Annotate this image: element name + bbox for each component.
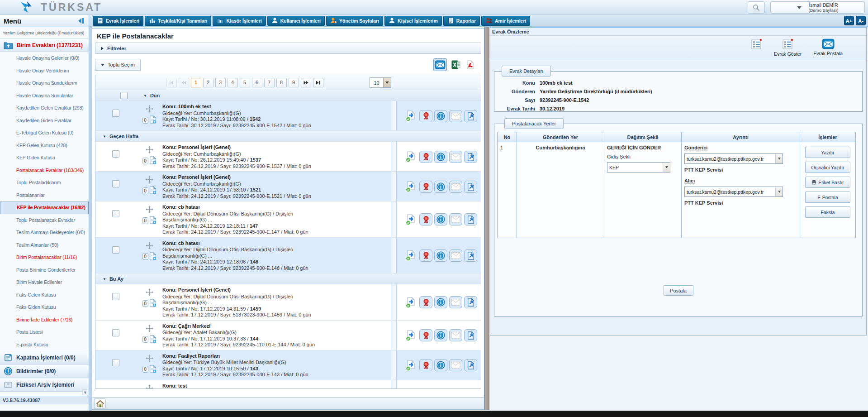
collapse-sidebar-icon[interactable] bbox=[77, 18, 85, 24]
sidebar-item[interactable]: Postalananlar bbox=[0, 189, 89, 202]
list-scrollbar[interactable] bbox=[391, 321, 397, 350]
sidebar-item[interactable]: Postalanacak Evraklar (103/346) bbox=[0, 164, 89, 177]
list-scrollbar[interactable] bbox=[391, 101, 397, 130]
page-number-button[interactable]: 8 bbox=[276, 78, 287, 87]
sidebar-section-fiziksel-arsiv[interactable]: Fiziksel Arşiv İşlemleri bbox=[0, 378, 89, 392]
page-number-button[interactable]: 1 bbox=[191, 78, 201, 87]
document-row[interactable]: 0 Konu: test Gideceği Yer: Fırat Kalkınm… bbox=[95, 380, 481, 389]
sidebar-item[interactable]: Birim Postalanacaklar (11/16) bbox=[0, 251, 89, 264]
sidebar-item[interactable]: Toplu Postaladıklarım bbox=[0, 177, 89, 189]
info-icon[interactable] bbox=[434, 296, 447, 308]
info-icon[interactable] bbox=[434, 329, 447, 341]
sidebar-item[interactable]: Havale Onayına Gelenler (0/0) bbox=[0, 52, 89, 65]
next-page-button[interactable] bbox=[301, 78, 311, 87]
document-row[interactable]: 0 Konu: 100mb ek test Gideceği Yer: Cumh… bbox=[95, 101, 481, 130]
tab-kullanici-islemleri[interactable]: Kullanıcı İşlemleri bbox=[267, 16, 325, 26]
info-icon[interactable] bbox=[434, 181, 447, 193]
move-icon[interactable] bbox=[146, 206, 153, 214]
info-icon[interactable] bbox=[434, 249, 447, 262]
destination-action-button[interactable]: Faksla bbox=[805, 206, 850, 218]
sidebar-item[interactable]: Kaydedilen Giden Evraklar bbox=[0, 115, 89, 127]
font-increase-button[interactable]: A+ bbox=[844, 16, 854, 25]
open-document-icon[interactable] bbox=[464, 213, 477, 225]
sidebar-item[interactable]: Havale Onayı Verdiklerim bbox=[0, 65, 89, 77]
document-add-icon[interactable] bbox=[149, 365, 157, 374]
send-document-icon[interactable] bbox=[405, 359, 417, 372]
group-header[interactable]: ▼ Bu Ay bbox=[95, 273, 481, 284]
send-document-icon[interactable] bbox=[405, 213, 417, 226]
document-add-icon[interactable] bbox=[149, 299, 157, 308]
recipient-kep-select[interactable]: turksat.kamu2@testkep.pttkep.gov.tr bbox=[684, 187, 783, 197]
sidebar-item[interactable]: Posta Listesi bbox=[0, 326, 89, 339]
page-number-button[interactable]: 4 bbox=[228, 78, 238, 87]
envelope-icon[interactable] bbox=[449, 329, 462, 341]
envelope-icon[interactable] bbox=[449, 181, 462, 193]
row-checkbox[interactable] bbox=[112, 293, 119, 300]
document-row[interactable]: 0 Konu: Faaliyet Raporları Gideceği Yer:… bbox=[95, 350, 481, 380]
tab-kisisel-islemlerim[interactable]: Kişisel İşlemlerim bbox=[384, 16, 442, 26]
info-icon[interactable] bbox=[434, 110, 447, 122]
sender-kep-select[interactable]: turksat.kamu2@testkep.pttkep.gov.tr bbox=[684, 153, 783, 164]
info-icon[interactable] bbox=[434, 151, 447, 163]
group-header[interactable]: ▼ Dün bbox=[95, 90, 481, 101]
document-row[interactable]: 0 Konu: Personel İşleri (Genel) Gideceği… bbox=[95, 142, 481, 171]
sidebar-item[interactable]: Faks Gelen Kutusu bbox=[0, 289, 89, 302]
document-add-icon[interactable] bbox=[149, 186, 157, 195]
group-header[interactable]: ▼ Geçen Hafta bbox=[95, 131, 481, 141]
kep-post-icon[interactable] bbox=[433, 58, 447, 71]
destination-action-button[interactable]: Etiket Bastır bbox=[805, 177, 850, 188]
signature-ribbon-icon[interactable] bbox=[419, 151, 432, 163]
document-row[interactable]: 0 Konu: Çağrı Merkezi Gideceği Yer: Adal… bbox=[95, 321, 481, 350]
open-document-icon[interactable] bbox=[464, 151, 477, 163]
move-icon[interactable] bbox=[146, 105, 153, 114]
open-document-icon[interactable] bbox=[464, 249, 477, 262]
user-menu[interactable]: İsmail DEMİR (Demo Sayfası) bbox=[770, 1, 865, 14]
show-document-button[interactable]: Evrak Göster bbox=[774, 38, 802, 57]
bulk-select-button[interactable]: Toplu Seçim bbox=[95, 59, 141, 71]
document-add-icon[interactable] bbox=[149, 115, 157, 125]
sidebar-item[interactable]: Havale Onayına Sunulanlar bbox=[0, 90, 89, 102]
info-icon[interactable] bbox=[434, 359, 447, 371]
signature-ribbon-icon[interactable] bbox=[419, 110, 432, 122]
document-add-icon[interactable] bbox=[149, 335, 157, 344]
page-number-button[interactable]: 3 bbox=[215, 78, 226, 87]
tab-teskilat-kisi-tanimlari[interactable]: Teşkilat/Kişi Tanımları bbox=[145, 16, 211, 26]
sidebar-item[interactable]: Toplu Postalanacak Evraklar bbox=[0, 214, 89, 227]
signature-ribbon-icon[interactable] bbox=[419, 249, 432, 262]
sidebar-item[interactable]: KEP Gelen Kutusu (428) bbox=[0, 139, 89, 152]
font-decrease-button[interactable]: A- bbox=[856, 16, 866, 25]
open-document-icon[interactable] bbox=[464, 181, 477, 193]
last-page-button[interactable] bbox=[313, 78, 323, 87]
sidebar-item[interactable]: Posta Birimine Gönderilenler bbox=[0, 264, 89, 277]
move-icon[interactable] bbox=[146, 325, 153, 333]
tab-raporlar[interactable]: Raporlar bbox=[443, 16, 480, 26]
page-number-button[interactable]: 5 bbox=[240, 78, 250, 87]
send-document-icon[interactable] bbox=[405, 296, 417, 309]
move-icon[interactable] bbox=[146, 146, 153, 154]
pdf-export-icon[interactable] bbox=[465, 60, 475, 70]
page-size-select[interactable]: 10 bbox=[370, 77, 391, 88]
prev-page-button[interactable] bbox=[179, 78, 189, 87]
row-checkbox[interactable] bbox=[112, 246, 119, 254]
row-checkbox[interactable] bbox=[112, 110, 119, 117]
sidebar-item[interactable]: E-Tebligat Gelen Kutusu (0) bbox=[0, 127, 89, 139]
gidis-sekli-select[interactable]: KEP bbox=[607, 162, 670, 173]
sidebar-item[interactable]: Kaydedilen Gelen Evraklar (293) bbox=[0, 102, 89, 115]
open-document-icon[interactable] bbox=[464, 296, 477, 308]
sidebar-item[interactable]: Birim Havale Edilenler bbox=[0, 276, 89, 289]
move-icon[interactable] bbox=[146, 355, 153, 363]
tab-amir-islemleri[interactable]: Amir İşlemleri bbox=[481, 16, 530, 26]
sidebar-item[interactable]: Faks Giden Kutusu bbox=[0, 301, 89, 314]
destination-action-button[interactable]: E-Postala bbox=[805, 192, 850, 203]
move-icon[interactable] bbox=[146, 288, 153, 297]
send-document-icon[interactable] bbox=[405, 180, 417, 193]
tab-evrak-islemleri[interactable]: Evrak İşlemleri bbox=[93, 16, 143, 26]
sidebar-item[interactable]: Birime İade Edilenler (7/16) bbox=[0, 314, 89, 326]
document-add-icon[interactable] bbox=[149, 252, 157, 261]
signature-ribbon-icon[interactable] bbox=[419, 359, 432, 371]
envelope-icon[interactable] bbox=[449, 296, 462, 308]
list-scrollbar[interactable] bbox=[391, 350, 397, 380]
first-page-button[interactable] bbox=[166, 78, 177, 87]
move-icon[interactable] bbox=[146, 176, 153, 184]
open-document-icon[interactable] bbox=[464, 329, 477, 341]
